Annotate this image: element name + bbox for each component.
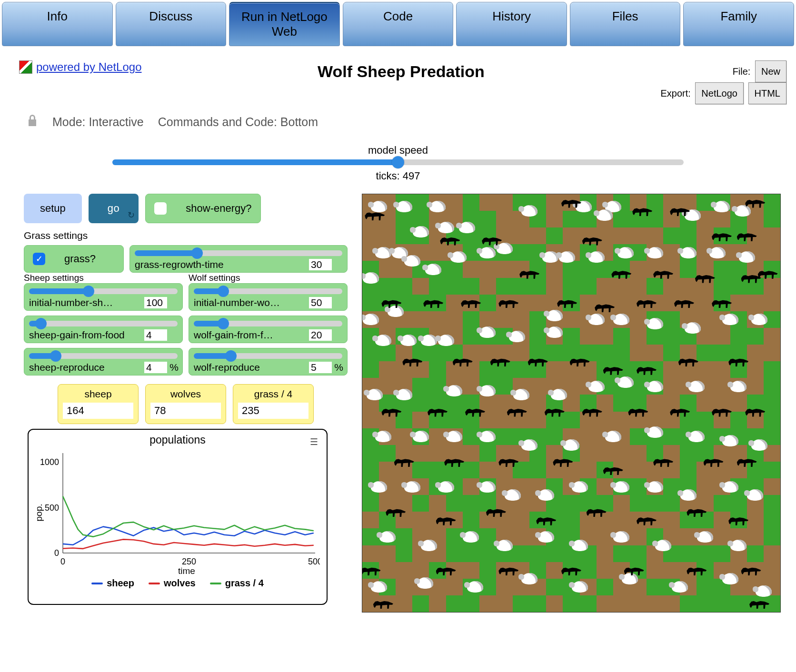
svg-text:500: 500 <box>308 557 320 566</box>
section-sheep: Sheep settings <box>24 273 183 283</box>
loop-icon: ↻ <box>128 210 135 220</box>
powered-link[interactable]: powered by NetLogo <box>36 60 141 74</box>
section-wolf: Wolf settings <box>189 273 348 283</box>
file-new-button[interactable]: New <box>755 60 786 82</box>
switch-label: grass? <box>64 253 96 265</box>
slider-name: sheep-reproduce <box>28 362 144 373</box>
slider-name: initial-number-sh… <box>28 297 144 308</box>
mode-text: Mode: Interactive <box>52 115 144 129</box>
slider-grass-regrowth[interactable]: grass-regrowth-time 30 <box>129 245 348 273</box>
slider-value: 20 <box>309 329 332 341</box>
file-label: File: <box>733 66 751 77</box>
checkbox-icon: ✓ <box>33 253 45 265</box>
slider-value: 5 <box>309 362 332 373</box>
world-view[interactable] <box>362 194 781 613</box>
slider-sheep-reproduce[interactable]: sheep-reproduce4% <box>24 348 183 376</box>
slider-value: 30 <box>309 259 332 270</box>
export-block: File: New Export: NetLogo HTML <box>660 60 786 104</box>
ticks-readout: ticks: 497 <box>376 170 420 182</box>
netlogo-icon <box>19 60 32 74</box>
switch-label: show-energy? <box>186 202 251 215</box>
slider-unit: % <box>167 362 179 373</box>
export-netlogo-button[interactable]: NetLogo <box>695 82 744 104</box>
tab-files[interactable]: Files <box>570 2 681 46</box>
plot-menu-icon[interactable]: ☰ <box>310 436 318 447</box>
plot-title: populations <box>34 434 321 446</box>
tab-run-in-netlogo-web[interactable]: Run in NetLogo Web <box>229 2 340 46</box>
slider-value: 50 <box>309 297 332 308</box>
tab-history[interactable]: History <box>456 2 567 46</box>
svg-text:0: 0 <box>54 548 59 558</box>
slider-unit: % <box>332 362 343 373</box>
svg-text:0: 0 <box>60 557 65 566</box>
slider-initial-sheep[interactable]: initial-number-sh…100 <box>24 283 183 311</box>
page-title: Wolf Sheep Predation <box>141 62 660 81</box>
monitor-grass: grass / 4 235 <box>233 384 314 424</box>
export-label: Export: <box>660 88 690 99</box>
monitor-wolves: wolves 78 <box>145 384 226 424</box>
svg-text:250: 250 <box>182 557 196 566</box>
slider-name: sheep-gain-from-food <box>28 329 144 341</box>
export-html-button[interactable]: HTML <box>748 82 786 104</box>
speed-label: model speed <box>368 144 428 157</box>
checkbox-icon <box>154 202 167 215</box>
monitor-sheep: sheep 164 <box>58 384 139 424</box>
section-grass: Grass settings <box>24 230 348 241</box>
legend-entry: grass / 4 <box>210 578 264 589</box>
svg-text:500: 500 <box>45 503 59 513</box>
go-button[interactable]: go ↻ <box>89 194 139 223</box>
slider-name: wolf-reproduce <box>193 362 309 373</box>
show-energy-switch[interactable]: show-energy? <box>145 194 260 223</box>
slider-initial-wolves[interactable]: initial-number-wo…50 <box>189 283 348 311</box>
populations-plot: populations ☰ 050010000250500timepop. sh… <box>28 429 328 605</box>
tab-info[interactable]: Info <box>2 2 113 46</box>
slider-name: initial-number-wo… <box>193 297 309 308</box>
speed-slider[interactable] <box>112 159 684 165</box>
slider-wolf-gain[interactable]: wolf-gain-from-f…20 <box>189 316 348 343</box>
tab-family[interactable]: Family <box>683 2 794 46</box>
slider-sheep-gain[interactable]: sheep-gain-from-food4 <box>24 316 183 343</box>
powered-by: powered by NetLogo <box>19 60 141 74</box>
svg-text:time: time <box>178 566 195 576</box>
slider-value: 4 <box>144 329 167 341</box>
svg-text:1000: 1000 <box>40 457 59 467</box>
commands-location-text: Commands and Code: Bottom <box>158 115 318 129</box>
slider-wolf-reproduce[interactable]: wolf-reproduce5% <box>189 348 348 376</box>
legend-entry: sheep <box>91 578 134 589</box>
tab-discuss[interactable]: Discuss <box>116 2 227 46</box>
grass-switch[interactable]: ✓ grass? <box>24 245 124 273</box>
setup-button[interactable]: setup <box>24 194 82 223</box>
tab-code[interactable]: Code <box>343 2 454 46</box>
slider-name: grass-regrowth-time <box>134 259 309 270</box>
slider-value: 100 <box>144 297 167 308</box>
svg-text:pop.: pop. <box>34 504 44 522</box>
lock-icon <box>27 114 38 130</box>
slider-value: 4 <box>144 362 167 373</box>
slider-name: wolf-gain-from-f… <box>193 329 309 341</box>
legend-entry: wolves <box>149 578 196 589</box>
